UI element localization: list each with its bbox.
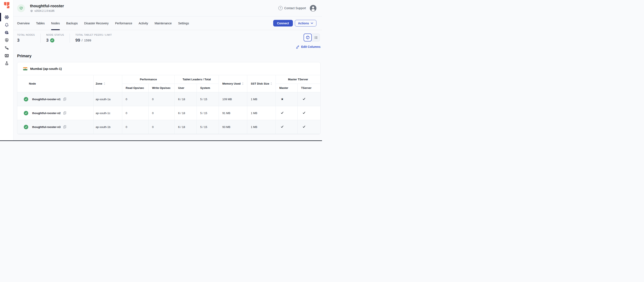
sidebar-item-security[interactable]	[0, 36, 13, 44]
column-header-zone[interactable]: Zone	[93, 75, 122, 92]
tab-disaster-recovery[interactable]: Disaster Recovery	[84, 16, 108, 30]
column-header-sst-label: SST Disk Size	[251, 82, 269, 85]
tab-activity[interactable]: Activity	[139, 16, 148, 30]
memory-cell: 91 MB	[219, 106, 247, 120]
sort-arrows-icon	[104, 82, 105, 85]
sidebar-item-clusters[interactable]	[0, 13, 13, 21]
actions-button[interactable]: Actions	[295, 20, 316, 26]
stat-value: 3	[46, 38, 64, 43]
sidebar-nav	[0, 13, 13, 67]
user-avatar-icon	[310, 5, 316, 11]
list-icon	[314, 35, 318, 40]
version-label: v2024.2.1.0-b185	[34, 9, 54, 12]
avatar[interactable]	[310, 5, 316, 11]
tserver-check-icon	[302, 111, 306, 114]
sst-cell: 1 MB	[247, 120, 276, 134]
column-header-write-ops: Write Ops/sec	[148, 84, 175, 92]
column-header-zone-label: Zone	[96, 82, 102, 85]
column-header-memory-label: Memory Used	[222, 82, 240, 85]
flask-icon	[4, 61, 9, 66]
tab-overview[interactable]: Overview	[17, 16, 30, 30]
india-flag-icon	[23, 67, 28, 70]
copy-icon[interactable]	[63, 97, 66, 101]
tserver-cell	[298, 92, 320, 106]
master-leader-star-icon: ★	[281, 97, 284, 101]
read-ops-cell: 0	[122, 92, 148, 106]
stat-label: TOTAL TABLET PEERS / LIMIT	[75, 33, 112, 36]
yugabyte-logo[interactable]	[4, 2, 10, 8]
region-card: Mumbai (ap-south-1) Node Zone	[17, 62, 320, 134]
tab-maintenance[interactable]: Maintenance	[154, 16, 172, 30]
copy-icon[interactable]	[63, 111, 66, 115]
list-view-button[interactable]	[312, 33, 320, 41]
sidebar-item-integrations[interactable]	[0, 44, 13, 52]
column-header-sst[interactable]: SST Disk Size	[247, 75, 276, 92]
tab-actions: Connect Actions	[273, 20, 316, 26]
pencil-icon	[296, 45, 300, 49]
column-header-node[interactable]: Node	[17, 75, 93, 92]
user-tablets-cell: 6 / 18	[174, 120, 196, 134]
sort-arrows-icon	[270, 82, 272, 85]
tab-tables[interactable]: Tables	[36, 16, 44, 30]
stat-total-nodes: TOTAL NODES 3	[17, 33, 40, 43]
table-row[interactable]: thoughtful-rooster-n3	[17, 120, 320, 134]
editcols-row: Edit Columns	[17, 44, 320, 49]
system-tablets-cell: 5 / 15	[197, 106, 219, 120]
sidebar-item-network[interactable]	[0, 29, 13, 36]
system-tablets-cell: 5 / 15	[197, 120, 219, 134]
table-row[interactable]: thoughtful-rooster-n1	[17, 92, 320, 106]
billing-icon	[4, 53, 9, 58]
column-group-performance: Performance	[122, 75, 175, 84]
stat-label: TOTAL NODES	[17, 33, 35, 36]
view-toggle	[304, 33, 320, 41]
globe-gear-icon	[4, 30, 9, 35]
sort-arrows-icon	[242, 82, 244, 85]
connect-button[interactable]: Connect	[273, 20, 293, 26]
stat-tablet-peers: TOTAL TABLET PEERS / LIMIT 99 / 1599	[70, 33, 118, 43]
contact-support-link[interactable]: ? Contact Support	[278, 6, 306, 10]
memory-cell: 93 MB	[219, 120, 247, 134]
tablet-peers-separator: /	[82, 38, 82, 42]
copy-icon[interactable]	[63, 125, 66, 129]
region-name: Mumbai (ap-south-1)	[30, 67, 62, 70]
master-check-icon	[281, 111, 284, 114]
sst-cell: 1 MB	[247, 92, 276, 106]
cluster-health-badge	[17, 4, 25, 12]
page-title: thoughtful-rooster	[30, 4, 64, 8]
read-ops-cell: 0	[122, 120, 148, 134]
table-header: Node Zone Performance Tablet Leaders / T…	[17, 75, 320, 92]
sidebar	[0, 0, 14, 141]
tab-nodes[interactable]: Nodes	[51, 16, 60, 30]
column-header-tserver: TServer	[298, 84, 320, 92]
tserver-check-icon	[302, 97, 306, 100]
tabbar: Overview Tables Nodes Backups Disaster R…	[14, 16, 322, 30]
zone-cell: ap-south-1c	[93, 106, 122, 120]
sidebar-item-labs[interactable]	[0, 59, 13, 67]
version-row: v2024.2.1.0-b185	[30, 9, 64, 12]
tablet-peers-count: 99	[75, 38, 80, 43]
edit-columns-label: Edit Columns	[301, 45, 320, 48]
column-header-memory[interactable]: Memory Used	[219, 75, 247, 92]
sidebar-item-billing[interactable]	[0, 52, 13, 59]
node-cell: thoughtful-rooster-n3	[21, 125, 93, 129]
tab-settings[interactable]: Settings	[178, 16, 189, 30]
node-status-count: 3	[46, 38, 48, 43]
map-view-button[interactable]	[304, 33, 312, 41]
flow-icon	[4, 45, 9, 50]
tablet-peers-limit: 1599	[84, 38, 91, 42]
active-indicator	[0, 13, 1, 21]
contact-support-label: Contact Support	[284, 6, 306, 10]
tab-performance[interactable]: Performance	[115, 16, 132, 30]
write-ops-cell: 0	[148, 120, 175, 134]
tab-backups[interactable]: Backups	[66, 16, 78, 30]
table-row[interactable]: thoughtful-rooster-n2	[17, 106, 320, 120]
help-icon: ?	[278, 6, 282, 10]
memory-cell: 109 MB	[219, 92, 247, 106]
app-root: thoughtful-rooster v2024.2.1.0-b185 ? Co…	[0, 0, 322, 141]
sidebar-item-alerts[interactable]	[0, 21, 13, 29]
write-ops-cell: 0	[148, 92, 175, 106]
region-header: Mumbai (ap-south-1)	[17, 62, 320, 75]
main-area: thoughtful-rooster v2024.2.1.0-b185 ? Co…	[14, 0, 322, 141]
edit-columns-button[interactable]: Edit Columns	[296, 45, 320, 49]
heart-check-icon	[19, 6, 24, 10]
